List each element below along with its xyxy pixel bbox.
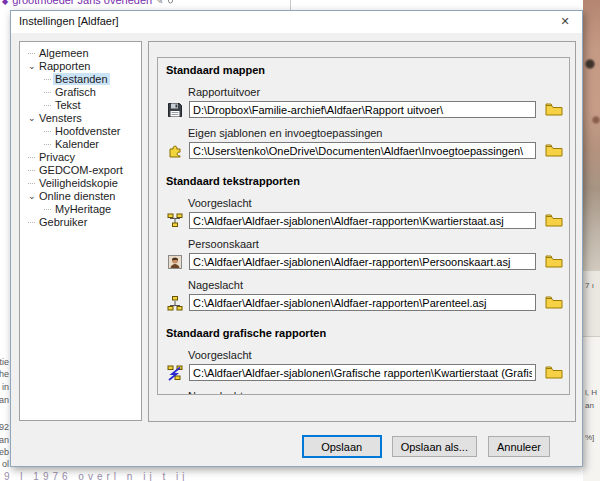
persoonskaart-input[interactable] [189,253,536,270]
section-title: Standaard grafische rapporten [166,327,564,340]
tree-connector [44,144,51,145]
folder-icon [545,367,563,382]
sidebar-item-kalender[interactable]: Kalender [20,138,141,151]
tree-connector [44,92,51,93]
field-row [167,253,564,270]
ancestors-chart-icon [167,213,183,229]
dialog-title: Instellingen [Aldfaer] [19,15,119,27]
folder-icon [545,145,563,160]
field-row [167,294,564,311]
screen: ◆grootmoeder Jans overleden✎ tie he s in… [0,0,600,481]
folder-icon [545,256,563,271]
sidebar-item-gebruiker[interactable]: Gebruiker [20,216,141,229]
section-tekstrapporten: Standaard tekstrapporten Voorgeslacht Pe… [166,175,564,311]
plugin-puzzle-icon [167,143,183,159]
text-fragment: s in [0,382,9,392]
sidebar-item-algemeen[interactable]: Algemeen [20,47,141,60]
text-fragment: an [0,395,9,405]
background-divider [290,0,291,10]
browse-folder-button[interactable] [544,102,564,118]
sidebar-item-veiligheidskopie[interactable]: Veiligheidskopie [20,177,141,190]
sjablonen-input[interactable] [189,142,536,159]
dialog-titlebar[interactable]: Instellingen [Aldfaer] ✕ [11,11,582,33]
paperclip-icon [167,0,174,6]
browse-folder-button[interactable] [544,213,564,229]
text-fragment: l, H [585,388,597,397]
browse-folder-button[interactable] [544,143,564,159]
folder-icon [545,297,563,312]
field-label: Voorgeslacht [188,197,564,210]
tree-connector [44,79,51,80]
text-fragment: 7 ı [585,281,594,290]
field-label: Nageslacht [188,390,564,395]
field-row [167,364,564,381]
section-grafische-rapporten: Standaard grafische rapporten Voorgeslac… [166,327,564,395]
sidebar-item-tekst[interactable]: Tekst [20,99,141,112]
text-fragment: 92 [0,422,9,432]
background-left-strip: tie he s in an 92 an eb ol [0,350,10,480]
field-row [167,101,564,118]
descendants-chart-icon [167,295,183,311]
background-bottom-strip: 9 l 1976 overl n ij t ij [4,471,564,481]
chevron-down-icon[interactable]: ⌄ [28,60,37,73]
section-title: Standaard tekstrapporten [166,175,564,188]
field-row [167,142,564,159]
browse-folder-button[interactable] [544,295,564,311]
annuleer-button[interactable]: Annuleer [488,436,550,457]
close-button[interactable]: ✕ [550,11,580,32]
graphic-ancestors-chart-icon [167,365,183,381]
sidebar-item-grafisch[interactable]: Grafisch [20,86,141,99]
field-label: Eigen sjablonen en invoegtoepassingen [188,127,564,140]
text-fragment: an [0,435,9,445]
field-row [167,212,564,229]
sidebar-item-rapporten[interactable]: ⌄Rapporten [20,60,141,73]
text-fragment: tie [0,357,9,367]
settings-groupbox: Standaard mappen Rapportuitvoer Eigen sj… [157,57,570,395]
sidebar-item-gedcom-export[interactable]: GEDCOM-export [20,164,141,177]
tree-connector [28,183,35,184]
sidebar-item-online-diensten[interactable]: ⌄Online diensten [20,190,141,203]
grafisch-voorgeslacht-input[interactable] [189,364,536,381]
text-fragment: ol [2,459,9,469]
text-fragment: eb [0,447,9,457]
folder-icon [545,104,563,119]
chevron-down-icon[interactable]: ⌄ [28,190,37,203]
sidebar-item-privacy[interactable]: Privacy [20,151,141,164]
sidebar-item-vensters[interactable]: ⌄Vensters [20,112,141,125]
text-fragment: %] [585,433,594,442]
tree-connector [28,170,35,171]
opslaan-button[interactable]: Opslaan [303,436,381,457]
settings-dialog: Instellingen [Aldfaer] ✕ Algemeen ⌄Rappo… [10,10,583,467]
rapportuitvoer-input[interactable] [189,101,536,118]
tree-connector [28,222,35,223]
opslaan-als-button[interactable]: Opslaan als... [392,436,477,457]
field-label: Rapportuitvoer [188,86,564,99]
tekst-nageslacht-input[interactable] [189,294,536,311]
settings-main-panel: Standaard mappen Rapportuitvoer Eigen sj… [148,41,576,422]
browse-folder-button[interactable] [544,254,564,270]
browse-folder-button[interactable] [544,365,564,381]
tree-connector [28,157,35,158]
text-fragment: he [0,369,9,379]
section-title: Standaard mappen [166,64,564,77]
folder-icon [545,215,563,230]
tree-connector [44,209,51,210]
background-right-strip: 7 ı l, H an %] [583,0,600,481]
field-label: Nageslacht [188,279,564,292]
background-photo [583,0,600,270]
tekst-voorgeslacht-input[interactable] [189,212,536,229]
sidebar-item-hoofdvenster[interactable]: Hoofdvenster [20,125,141,138]
tree-connector [44,131,51,132]
field-label: Voorgeslacht [188,349,564,362]
background-link: grootmoeder Jans overleden [12,0,152,6]
chevron-down-icon[interactable]: ⌄ [28,112,37,125]
save-icon [167,102,183,118]
person-card-icon [167,254,183,270]
section-standaard-mappen: Standaard mappen Rapportuitvoer Eigen sj… [166,64,564,159]
settings-tree: Algemeen ⌄Rapporten Bestanden Grafisch T… [19,41,142,421]
dialog-button-row: Opslaan Opslaan als... Annuleer [303,436,550,457]
field-label: Persoonskaart [188,238,564,251]
sidebar-item-myheritage[interactable]: MyHeritage [20,203,141,216]
bullet-icon: ◆ [2,0,8,6]
sidebar-item-bestanden[interactable]: Bestanden [20,73,141,86]
